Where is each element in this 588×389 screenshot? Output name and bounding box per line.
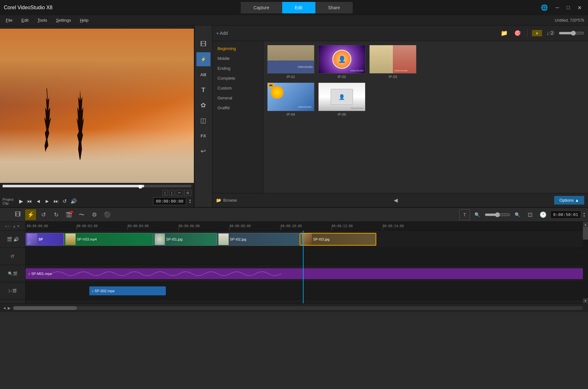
tl-audio-button[interactable]: 〜 (76, 209, 87, 220)
tab-edit[interactable]: Edit (282, 2, 315, 13)
side-toolbar: ⋮ ⋮ 🎞 ⚡ AB T ✿ ◫ FX ↩ (195, 25, 212, 207)
text-button[interactable]: AB (196, 68, 210, 82)
skip-to-end-button[interactable]: ⏭ (53, 198, 59, 205)
maximize-button[interactable]: □ (564, 4, 572, 12)
sound-track-icons: 1♪🎬 (8, 289, 17, 293)
tl-time-down-button[interactable]: ▼ (583, 215, 585, 218)
cat-middle[interactable]: Middle (212, 54, 263, 63)
clip-sp[interactable]: SP 🔊 (26, 233, 64, 246)
tl-scroll-thumb[interactable] (13, 306, 77, 310)
cat-ending[interactable]: Ending (212, 63, 263, 73)
template-ip05-thumb: 👤 VideoStudio (318, 83, 365, 111)
clip-i03[interactable]: SP-I03.jpg (300, 233, 376, 246)
cat-general[interactable]: General (212, 93, 263, 103)
music-note-icon: ♪ (28, 271, 30, 276)
tab-share[interactable]: Share (315, 2, 353, 13)
order-icon-button[interactable]: ↓② (545, 28, 555, 38)
filter-button[interactable]: ✿ (196, 98, 210, 112)
panel-body: Beginning Middle Ending Complete Custom … (212, 41, 588, 193)
sort-icon-button[interactable]: ■ (532, 30, 542, 36)
globe-icon[interactable]: 🌐 (541, 4, 548, 11)
step-back-button[interactable]: ◄ (35, 198, 41, 205)
tl-clock-button[interactable]: 🕐 (538, 209, 548, 220)
tl-play-button[interactable]: ▶ (8, 306, 11, 310)
tl-undo-button[interactable]: ↺ (38, 209, 49, 220)
panel-icons: 📁 🎯 ■ ↓② (499, 28, 584, 38)
timeline-bottom: ◄ ▶ (0, 303, 588, 312)
title-button[interactable]: T (196, 83, 210, 97)
ruler-mark-2: 00:00:04:00 (128, 224, 149, 228)
tl-text-overlay-button[interactable]: T (459, 209, 470, 220)
mark-out-button[interactable]: ] (169, 190, 174, 196)
back-button[interactable]: ↩ (196, 144, 210, 158)
cat-graffiti[interactable]: Graffiti (212, 103, 263, 113)
menu-help[interactable]: Help (78, 17, 91, 24)
cat-complete[interactable]: Complete (212, 73, 263, 83)
vscroll-thumb[interactable] (583, 227, 588, 240)
close-button[interactable]: ✕ (575, 4, 584, 12)
clip-sound[interactable]: ♪ SP-S02.mpa (89, 286, 166, 295)
step-forward-button[interactable]: ► (44, 198, 50, 205)
clip-i01[interactable]: SP-I01.jpg (153, 233, 217, 246)
time-down-button[interactable]: ▼ (189, 201, 191, 204)
menu-edit[interactable]: Edit (19, 17, 30, 24)
template-ip02[interactable]: 👤 VideoStudio IP-02 (318, 45, 365, 79)
clip-music[interactable]: ♪ SP-M01.mpa (26, 268, 583, 279)
instant-project-button[interactable]: ⚡ (196, 52, 210, 66)
track-controls-header: + / - ▲ ▼ (0, 222, 25, 231)
browse-button[interactable]: 📂 Browse (216, 198, 237, 203)
template-ip03[interactable]: VideoStudio IP-03 (369, 45, 416, 79)
tl-instant-button[interactable]: ⚡ (25, 209, 36, 220)
skip-to-start-button[interactable]: ⏮ (26, 198, 33, 205)
minimize-button[interactable]: ─ (553, 4, 562, 12)
progress-bar[interactable] (3, 185, 191, 187)
menu-file[interactable]: File (4, 17, 14, 24)
preview-controls: [ ] ✂ ⧉ Project Clip ▶ ⏮ ◄ ► ⏭ ↺ 🔊 00:00… (0, 183, 194, 207)
tl-prev-button[interactable]: ◄ (3, 306, 6, 310)
play-button[interactable]: ▶ (18, 198, 24, 205)
options-button[interactable]: Options ▲ (554, 196, 584, 205)
clip-i02[interactable]: SP-I02.jpg (217, 233, 300, 246)
remove-track-button[interactable]: - (10, 224, 11, 228)
template-icon-button[interactable]: 🎯 (512, 28, 523, 38)
zoom-out-button[interactable]: 🔍 (472, 209, 483, 220)
tl-redo-button[interactable]: ↻ (51, 209, 62, 220)
media-button[interactable]: 🎞 (196, 37, 210, 51)
folder-icon-button[interactable]: 📁 (499, 28, 509, 38)
cat-beginning[interactable]: Beginning (212, 44, 263, 54)
loop-button[interactable]: ↺ (62, 198, 67, 205)
clip-music-label: SP-M01.mpa (31, 272, 52, 276)
mark-in-button[interactable]: [ (162, 190, 168, 196)
zoom-slider-input[interactable] (485, 212, 510, 217)
volume-button[interactable]: 🔊 (70, 198, 77, 205)
timeline-vscrollbar: ▲ ▼ (583, 222, 588, 303)
tl-scrollbar[interactable] (13, 306, 583, 310)
cat-custom[interactable]: Custom (212, 83, 263, 93)
clip-v03[interactable]: SP-V03.mp4 (64, 233, 153, 246)
collapse-panel-button[interactable]: ◀ (394, 197, 398, 203)
sound-track-control: 1♪🎬 (0, 282, 25, 299)
tl-fx2-button[interactable]: ⚙ (89, 209, 100, 220)
copy-button[interactable]: ⧉ (184, 190, 191, 196)
tl-record-button[interactable]: 🎬 (63, 209, 74, 220)
cut-button[interactable]: ✂ (176, 190, 183, 196)
template-ip04[interactable]: 4K VideoStudio IP-04 (267, 83, 314, 116)
menu-settings[interactable]: Settings (54, 17, 73, 24)
tl-time-up-button[interactable]: ▲ (583, 212, 585, 215)
fx-button[interactable]: FX (196, 129, 210, 143)
tl-ball-button[interactable]: ⚫ (102, 209, 113, 220)
vscroll-down-button[interactable]: ▼ (583, 298, 588, 303)
transition-button[interactable]: ◫ (196, 113, 210, 127)
tab-capture[interactable]: Capture (241, 2, 282, 13)
vscroll-up-button[interactable]: ▲ (583, 222, 588, 227)
video-track-sound-icon: 🔊 (13, 237, 19, 242)
tl-fit-button[interactable]: ⊡ (525, 209, 536, 220)
add-track-button[interactable]: + (5, 224, 7, 228)
size-slider-input[interactable] (559, 31, 584, 36)
menu-tools[interactable]: Tools (35, 17, 49, 24)
template-ip01[interactable]: 4K VideoStudio IP-01 (267, 45, 314, 79)
template-ip05[interactable]: 👤 VideoStudio IP-05 (318, 83, 365, 116)
tl-media-button[interactable]: 🎞 (12, 209, 23, 220)
zoom-in-button[interactable]: 🔍 (512, 209, 523, 220)
add-button[interactable]: + Add (216, 31, 228, 36)
